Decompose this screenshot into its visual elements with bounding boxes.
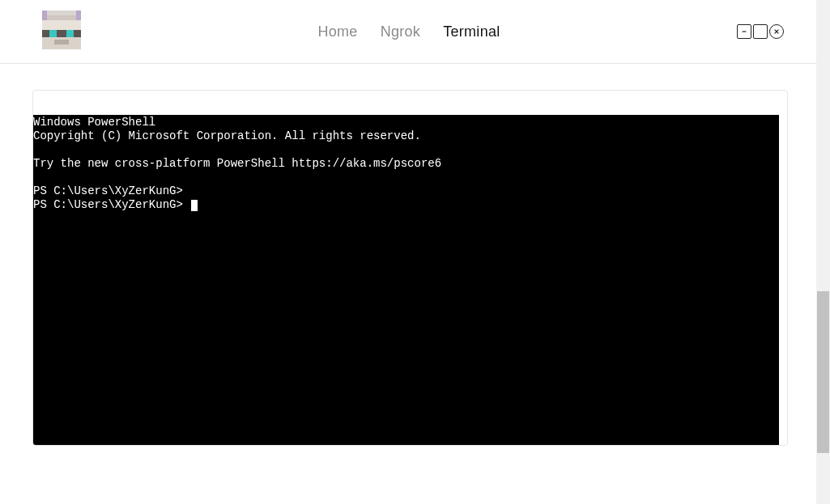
- terminal-line: Copyright (C) Microsoft Corporation. All…: [33, 129, 421, 142]
- cursor-icon: [191, 200, 198, 211]
- svg-rect-7: [49, 30, 57, 37]
- minimize-icon[interactable]: [737, 24, 751, 39]
- terminal-prompt[interactable]: PS C:\Users\XyZerKunG>: [33, 198, 189, 211]
- svg-rect-3: [47, 11, 76, 15]
- nav-item-home[interactable]: Home: [317, 23, 357, 40]
- terminal-card: Windows PowerShell Copyright (C) Microso…: [32, 90, 788, 446]
- terminal-line: PS C:\Users\XyZerKunG>: [33, 184, 183, 197]
- nav-item-ngrok[interactable]: Ngrok: [381, 23, 421, 40]
- nav-item-terminal[interactable]: Terminal: [443, 23, 500, 40]
- maximize-icon[interactable]: [753, 24, 768, 39]
- nav: Home Ngrok Terminal: [317, 23, 500, 40]
- svg-rect-5: [42, 20, 81, 30]
- terminal-line: Windows PowerShell: [33, 116, 155, 129]
- close-icon[interactable]: [769, 24, 784, 39]
- scrollbar-track[interactable]: [816, 0, 830, 504]
- scrollbar-thumb[interactable]: [817, 291, 829, 453]
- svg-rect-10: [54, 40, 69, 44]
- window-controls: [737, 24, 784, 39]
- svg-rect-8: [66, 30, 74, 37]
- terminal-body[interactable]: Windows PowerShell Copyright (C) Microso…: [33, 115, 779, 445]
- svg-rect-6: [42, 30, 81, 37]
- content: Windows PowerShell Copyright (C) Microso…: [0, 64, 816, 446]
- svg-rect-1: [42, 11, 47, 20]
- terminal-line: Try the new cross-platform PowerShell ht…: [33, 157, 441, 170]
- svg-rect-2: [76, 11, 81, 20]
- header: Home Ngrok Terminal: [0, 0, 816, 64]
- logo[interactable]: [42, 11, 81, 53]
